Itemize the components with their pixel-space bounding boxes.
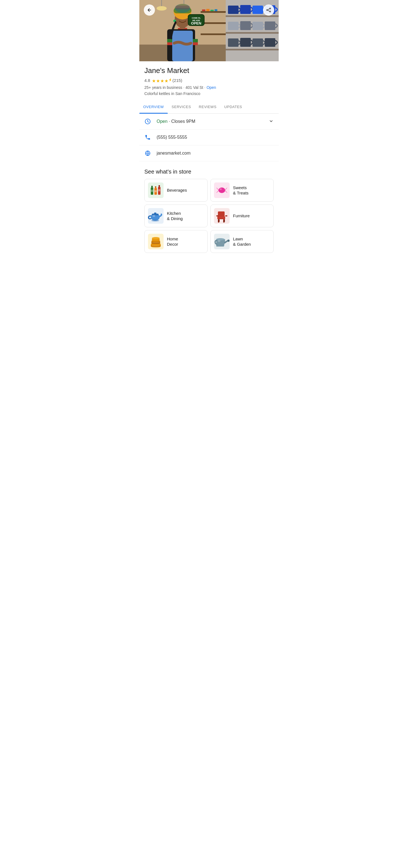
years-in-business: 25+ years in business (144, 85, 182, 90)
lawn-icon (214, 234, 230, 249)
svg-rect-43 (226, 32, 279, 34)
back-button[interactable] (144, 4, 155, 16)
business-info: Jane's Market 4.8 ★★★★★ (215) 25+ years … (139, 61, 279, 99)
svg-rect-22 (193, 39, 198, 42)
store-section-title: See what's in store (144, 168, 274, 175)
svg-point-7 (157, 6, 167, 10)
open-badge: Open (207, 85, 216, 90)
svg-rect-64 (158, 185, 160, 186)
hours-chevron-icon (269, 119, 274, 125)
kitchen-icon (148, 208, 163, 224)
svg-rect-61 (155, 186, 156, 187)
svg-point-103 (229, 241, 229, 242)
clock-icon (144, 118, 151, 125)
svg-point-69 (218, 187, 225, 193)
phone-row[interactable]: (555) 555-5555 (139, 129, 279, 146)
category-beverages[interactable]: Beverages (144, 179, 208, 202)
svg-rect-20 (167, 39, 172, 42)
phone-text: (555) 555-5555 (157, 135, 274, 140)
tab-updates[interactable]: UPDATES (220, 100, 246, 113)
svg-rect-21 (167, 42, 172, 45)
store-grid: Beverages Sweets& Treats (144, 179, 274, 253)
category-kitchen[interactable]: Kitchen& Dining (144, 205, 208, 227)
description: Colorful kettles in San Francisco (144, 91, 274, 96)
svg-rect-44 (228, 22, 239, 30)
hero-section: COME IN, WE ARE OPEN (139, 0, 279, 61)
homedecor-label: HomeDecor (167, 236, 178, 247)
svg-rect-38 (226, 15, 279, 17)
svg-rect-83 (224, 219, 225, 222)
share-button[interactable] (263, 4, 274, 16)
category-sweets[interactable]: Sweets& Treats (210, 179, 274, 202)
svg-point-2 (269, 11, 271, 12)
svg-rect-16 (210, 10, 214, 11)
svg-rect-82 (218, 219, 219, 222)
globe-icon (144, 150, 151, 157)
svg-rect-47 (265, 22, 275, 30)
svg-rect-58 (151, 186, 153, 187)
svg-rect-46 (252, 22, 263, 30)
svg-rect-15 (206, 9, 210, 11)
svg-point-70 (219, 188, 222, 190)
review-count: (215) (173, 78, 182, 83)
svg-point-76 (151, 220, 159, 221)
svg-point-94 (152, 237, 160, 239)
svg-rect-48 (226, 49, 279, 51)
category-homedecor[interactable]: HomeDecor (144, 230, 208, 253)
svg-rect-24 (172, 31, 193, 61)
svg-text:COME IN,: COME IN, (192, 17, 201, 19)
tab-services[interactable]: SERVICES (168, 100, 195, 113)
svg-rect-41 (252, 6, 263, 14)
tab-overview[interactable]: OVERVIEW (139, 100, 168, 113)
store-section: See what's in store (139, 163, 279, 258)
category-furniture[interactable]: Furniture (210, 205, 274, 227)
lawn-label: Lawn& Garden (233, 236, 251, 247)
tab-reviews[interactable]: REVIEWS (195, 100, 220, 113)
svg-rect-84 (216, 215, 218, 216)
hours-row[interactable]: Open · Closes 9PM (139, 114, 279, 129)
rating-number: 4.8 (144, 78, 150, 83)
furniture-label: Furniture (233, 213, 250, 219)
svg-point-1 (267, 9, 268, 10)
meta-row: 25+ years in business · 401 Val St · Ope… (144, 85, 274, 90)
svg-point-75 (152, 215, 155, 217)
website-row[interactable]: janesmarket.com (139, 146, 279, 161)
svg-rect-49 (228, 38, 239, 47)
svg-rect-67 (158, 189, 160, 191)
svg-rect-50 (240, 38, 251, 47)
svg-rect-65 (151, 190, 153, 192)
phone-icon (144, 134, 151, 141)
svg-point-98 (216, 238, 225, 240)
homedecor-icon (148, 234, 163, 249)
svg-rect-13 (201, 33, 226, 35)
beverages-label: Beverages (167, 187, 187, 193)
svg-point-32 (175, 4, 190, 13)
hours-close-text: · Closes 9PM (169, 119, 195, 124)
svg-point-0 (269, 8, 271, 9)
website-text: janesmarket.com (157, 151, 274, 156)
svg-rect-45 (240, 21, 251, 30)
stars-display: ★★★★★ (152, 77, 171, 84)
svg-point-102 (228, 241, 229, 242)
svg-text:OPEN: OPEN (191, 21, 202, 25)
svg-rect-14 (202, 9, 205, 11)
svg-rect-17 (215, 9, 217, 11)
svg-point-100 (228, 240, 229, 241)
business-name: Jane's Market (144, 66, 274, 75)
tabs-bar: OVERVIEW SERVICES REVIEWS UPDATES (139, 100, 279, 114)
svg-rect-39 (228, 6, 239, 14)
svg-rect-51 (252, 38, 263, 47)
svg-point-101 (229, 240, 229, 241)
svg-line-3 (268, 9, 269, 10)
svg-rect-74 (154, 213, 156, 214)
sweets-label: Sweets& Treats (233, 185, 248, 196)
sweets-icon (214, 182, 230, 198)
rating-row: 4.8 ★★★★★ (215) (144, 77, 274, 84)
kitchen-label: Kitchen& Dining (167, 211, 183, 221)
beverages-icon (148, 182, 163, 198)
svg-rect-23 (193, 42, 198, 45)
svg-rect-66 (155, 190, 157, 192)
svg-rect-11 (201, 11, 226, 13)
svg-rect-86 (218, 217, 225, 218)
category-lawn[interactable]: Lawn& Garden (210, 230, 274, 253)
